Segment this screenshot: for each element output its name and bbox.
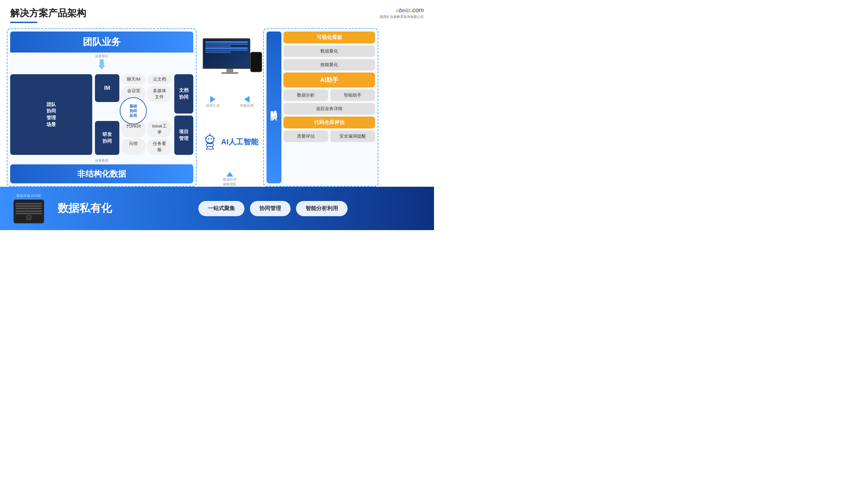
dev-items: 代码Git issue工单 问答 任务看板 <box>121 121 172 155</box>
biz-split-label: 业务拆分 <box>7 54 196 59</box>
data-storage-label: 数据存储 在内部 <box>14 194 44 198</box>
screen-bar-2 <box>205 43 248 45</box>
smart-app-arrow-icon <box>244 96 250 103</box>
mini-pc-device <box>14 200 44 223</box>
chat-pill-3: 会议室 <box>121 86 146 102</box>
biz-split-area: 业务拆分 <box>7 54 196 72</box>
page-title: 解决方案产品架构 <box>10 7 86 20</box>
logo-text: obeiip.com <box>380 7 424 14</box>
svg-point-0 <box>206 136 214 144</box>
chat-pill-2: 云文档 <box>147 74 172 84</box>
middle-content: IM 聊天IM 云文档 会议室 多媒体文件 <box>95 74 172 155</box>
unstructured-bar: 非结构化数据 <box>10 164 193 183</box>
title-underline <box>10 22 37 23</box>
biz-data-label: 业务数据 <box>7 158 196 163</box>
right-item-data-quant: 数据量化 <box>283 45 375 57</box>
doc-project-col: 文档 协同 项目 管理 <box>174 74 193 155</box>
logo-area: obeiip.com 陕西矿业易教育咨询有限公司 <box>380 7 424 19</box>
right-item-data-analysis: 数据分析 <box>283 89 328 101</box>
pc-screen <box>203 38 250 69</box>
smart-app-label: 智能应用 <box>240 103 254 108</box>
dev-row: 研发 协同 代码Git issue工单 问答 任务看板 <box>95 121 172 155</box>
team-business-bar: 团队业务 <box>10 32 193 53</box>
left-section: 团队业务 业务拆分 团队 协同 管理 场景 IM <box>7 28 197 187</box>
data-app-arrow-icon <box>226 172 233 177</box>
logo-subtitle: 陕西矿业易教育咨询有限公司 <box>380 15 424 19</box>
biz-data-area: 业务数据 <box>7 158 196 163</box>
biz-split-arrow-icon <box>98 59 105 69</box>
right-item-row-1: 数据分析 智能助手 <box>283 89 375 101</box>
im-box: IM <box>95 74 119 102</box>
page-header: 解决方案产品架构 obeiip.com 陕西矿业易教育咨询有限公司 <box>0 0 434 26</box>
right-items: 可视化看板 数据量化 效能量化 AI助手 数据分析 智能助手 追踪业务详情 代码… <box>283 32 375 183</box>
right-section: 赋能团队 可视化看板 数据量化 效能量化 AI助手 数据分析 智能助手 追踪业务… <box>263 28 378 187</box>
data-private-text: 数据私有化 <box>58 201 112 216</box>
right-item-quality: 质量评估 <box>283 130 328 142</box>
logo-p: p <box>408 7 411 13</box>
collab-tool-label: 协同工具 <box>206 103 220 108</box>
pc-stand-neck <box>226 69 233 72</box>
screen-bar-1 <box>205 41 248 43</box>
device-line-5 <box>16 213 42 214</box>
svg-line-8 <box>206 146 208 149</box>
collab-tool-arrow-icon <box>210 96 216 103</box>
bottom-device-area: 数据存储 在内部 <box>14 194 44 223</box>
dev-pill-4: 任务看板 <box>147 139 172 155</box>
mid-section: 协同工具 智能应用 <box>199 28 260 187</box>
enable-team-bar: 赋能团队 <box>267 32 281 183</box>
right-item-smart-helper: 智能助手 <box>330 89 375 101</box>
screen-bar-6 <box>205 52 231 53</box>
right-item-security: 安全漏洞提醒 <box>330 130 375 142</box>
data-app-label: 数据应用 赋能团队 <box>223 177 237 187</box>
screen-bar-3 <box>205 45 231 47</box>
screen-bar-5 <box>205 49 248 51</box>
pc-screen-content <box>204 39 249 55</box>
ai-icon-area: AI人工智能 <box>201 134 258 150</box>
dev-box: 研发 协同 <box>95 121 119 155</box>
logo-b: b <box>399 7 402 13</box>
right-item-eff-quant: 效能量化 <box>283 59 375 70</box>
chat-pill-4: 多媒体文件 <box>147 86 172 102</box>
svg-point-4 <box>209 134 211 135</box>
device-line-1 <box>16 203 42 204</box>
monitor-wrap <box>203 38 257 74</box>
dev-pill-1: 代码Git <box>121 121 146 137</box>
device-line-3 <box>16 208 42 209</box>
device-line-4 <box>16 210 42 212</box>
right-item-code-eval: 代码仓库评估 <box>283 117 375 128</box>
dev-pill-3: 问答 <box>121 139 146 155</box>
phone-device <box>250 52 262 72</box>
right-item-kanban: 可视化看板 <box>283 32 375 43</box>
doc-box: 文档 协同 <box>174 74 193 114</box>
arrow-labels-row: 协同工具 智能应用 <box>206 96 254 108</box>
svg-point-1 <box>208 138 209 140</box>
left-inner: 团队 协同 管理 场景 IM 聊天IM 云文档 会议室 多媒体文件 <box>7 72 196 158</box>
logo-ii: ii <box>405 7 408 13</box>
team-scene-box: 团队 协同 管理 场景 <box>10 74 92 155</box>
bottom-pills: 一站式聚集 协同管理 智能分析利用 <box>125 201 420 216</box>
bottom-pill-1: 一站式聚集 <box>198 201 244 216</box>
bottom-section: 数据存储 在内部 数据私有化 一站式聚集 协同管理 智能分析利用 <box>0 187 434 230</box>
device-port <box>26 215 31 220</box>
collab-tool-area: 协同工具 <box>206 96 220 108</box>
circle-area: 基础 协同 应用 <box>95 104 172 118</box>
pc-stand-base <box>221 72 238 74</box>
logo-com: .com <box>411 7 424 14</box>
bottom-pill-2: 协同管理 <box>250 201 291 216</box>
dev-grid: 代码Git issue工单 问答 任务看板 <box>121 121 172 155</box>
project-box: 项目 管理 <box>174 116 193 155</box>
right-item-track: 追踪业务详情 <box>283 103 375 115</box>
right-item-ai-assistant: AI助手 <box>283 73 375 87</box>
chat-grid-wrap: 聊天IM 云文档 会议室 多媒体文件 <box>121 74 172 102</box>
chat-grid: 聊天IM 云文档 会议室 多媒体文件 <box>121 74 172 102</box>
page-wrapper: 解决方案产品架构 obeiip.com 陕西矿业易教育咨询有限公司 团队业务 业… <box>0 0 434 244</box>
bottom-pill-3: 智能分析利用 <box>296 201 348 216</box>
im-row: IM 聊天IM 云文档 会议室 多媒体文件 <box>95 74 172 102</box>
smart-app-area: 智能应用 <box>240 96 254 108</box>
main-content-row: 团队业务 业务拆分 团队 协同 管理 场景 IM <box>0 28 434 187</box>
chat-pill-1: 聊天IM <box>121 74 146 84</box>
ai-label: AI人工智能 <box>221 137 258 147</box>
logo-o: o <box>396 7 399 13</box>
right-item-row-2: 质量评估 安全漏洞提醒 <box>283 130 375 142</box>
svg-point-2 <box>211 138 212 140</box>
